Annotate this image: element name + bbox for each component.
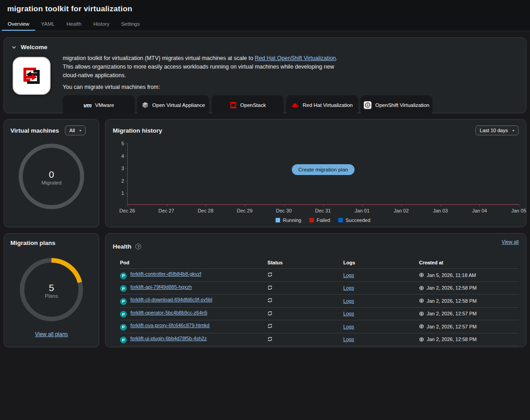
x-tick: Dec 29 [237,208,253,213]
pod-link[interactable]: forklift-api-79f49d885-hqxzh [130,284,192,290]
table-row: Pforklift-cli-download-694dfd6c9f-sv5bl … [120,295,519,308]
caret-down-icon: ▾ [79,129,81,133]
mtv-logo-icon [13,57,51,95]
health-title: Health [113,243,131,250]
pod-badge: P [120,272,127,279]
logs-link[interactable]: Logs [343,324,354,329]
provider-label: OpenShift Virtualization [375,102,429,108]
history-range-value: Last 10 days [480,128,508,133]
legend-succeeded: Succeeded [338,217,370,223]
view-all-plans-link[interactable]: View all plans [35,331,68,337]
openshift-virtualization-icon [364,101,372,109]
provider-vmware-button[interactable]: vm VMware [63,95,135,115]
view-all-health-link[interactable]: View all [502,239,519,245]
x-tick: Dec 27 [158,208,174,213]
help-icon[interactable]: ? [135,244,141,249]
sync-status-icon [267,311,272,316]
tab-bar: Overview YAML Health History Settings [0,18,530,31]
migration-history-chart: 5 4 3 2 1 Create migration plan [113,143,519,223]
column-created-at: Created at [419,258,519,269]
provider-label: Open Virtual Appliance [152,102,205,108]
created-at-value: Jan 2, 2026, 12:58 PM [427,285,477,291]
chart-plot-area: 5 4 3 2 1 Create migration plan [127,143,519,205]
health-table: Pod Status Logs Created at Pforklift-con… [120,258,519,346]
migrated-label: Migrated [41,180,62,185]
pod-badge: P [120,324,127,331]
column-pod: Pod [120,258,267,269]
pod-badge: P [120,298,127,305]
x-tick: Jan 04 [472,208,487,213]
pod-link[interactable]: forklift-ova-proxy-6fc646c879-htmkd [130,323,209,328]
y-tick: 4 [115,153,124,159]
globe-icon [419,311,424,316]
redhat-virtualization-icon [291,102,299,108]
table-row: Pforklift-operator-5bc4b8b9cc-z64n5 Logs… [120,307,519,320]
create-migration-plan-button[interactable]: Create migration plan [292,164,355,175]
legend-running: Running [276,217,301,223]
sync-status-icon [267,285,272,290]
provider-rhv-button[interactable]: Red Hat Virtualization [286,95,358,115]
logs-link[interactable]: Logs [343,311,354,316]
x-tick: Dec 30 [276,208,292,213]
pod-link[interactable]: forklift-ui-plugin-6bb4d78f5b-4sh2z [130,336,207,341]
plans-count: 5 [49,282,54,293]
globe-icon [419,286,424,291]
logs-link[interactable]: Logs [343,272,354,278]
virtual-machines-card: Virtual machines All ▾ 0 Migrated [4,119,99,227]
page-title: migration toolkit for virtualization [7,5,132,14]
x-tick: Jan 01 [355,208,369,213]
tab-health[interactable]: Health [60,18,87,31]
legend-failed: Failed [309,217,330,223]
health-card: View all Health ? Pod Status Logs Create… [105,233,526,347]
tab-history[interactable]: History [88,18,115,31]
plans-label: Plans [45,293,58,299]
pod-badge: P [120,337,127,343]
column-logs: Logs [343,258,419,269]
provider-openstack-button[interactable]: OpenStack [212,95,284,115]
pod-badge: P [120,311,127,318]
pod-link[interactable]: forklift-controller-d5fb84b8-gkvzf [130,271,201,277]
migration-plans-title: Migration plans [10,240,92,246]
created-at-value: Jan 5, 2026, 11:18 AM [427,272,476,278]
logs-link[interactable]: Logs [343,285,354,291]
table-row: Pforklift-ova-proxy-6fc646c879-htmkd Log… [120,320,519,333]
created-at-value: Jan 2, 2026, 12:57 PM [427,324,477,329]
provider-osv-button[interactable]: OpenShift Virtualization [360,95,433,115]
provider-buttons: vm VMware Open Virtual Appliance [63,95,433,115]
tab-settings[interactable]: Settings [115,18,146,31]
ova-cube-icon [142,102,149,109]
logs-link[interactable]: Logs [343,298,354,304]
tab-overview[interactable]: Overview [2,18,35,31]
sync-status-icon [267,323,272,328]
pod-badge: P [120,285,127,292]
migrated-count: 0 [49,169,54,180]
created-at-value: Jan 2, 2026, 12:58 PM [427,298,477,304]
pod-link[interactable]: forklift-operator-5bc4b8b9cc-z64n5 [130,310,207,315]
sync-status-icon [267,337,272,342]
virtual-machines-title: Virtual machines [10,127,59,134]
succeeded-swatch [338,218,343,222]
migration-history-title: Migration history [113,127,162,134]
tab-yaml[interactable]: YAML [35,18,60,31]
logs-link[interactable]: Logs [343,337,354,342]
sync-status-icon [267,272,272,277]
openshift-virtualization-link[interactable]: Red Hat OpenShift Virtualization [255,55,336,61]
welcome-title: Welcome [21,44,47,51]
created-at-value: Jan 2, 2026, 12:58 PM [427,337,477,342]
masthead: migration toolkit for virtualization [0,0,530,18]
vmware-icon: vm [83,102,92,109]
chevron-down-icon[interactable] [11,45,17,50]
globe-icon [419,272,424,277]
history-range-select[interactable]: Last 10 days ▾ [475,125,519,135]
created-at-value: Jan 2, 2026, 12:57 PM [427,311,477,316]
chart-legend: Running Failed Succeeded [127,217,519,223]
table-row: Pforklift-controller-d5fb84b8-gkvzf Logs… [120,269,519,282]
y-tick: 5 [115,141,124,146]
provider-label: OpenStack [240,102,266,108]
overview-content: Welcome migration toolkit for virtualiza… [0,31,530,420]
pod-link[interactable]: forklift-cli-download-694dfd6c9f-sv5bl [130,297,212,302]
sync-status-icon [267,298,272,303]
column-status: Status [267,258,343,269]
vm-filter-select[interactable]: All ▾ [65,125,86,135]
provider-ova-button[interactable]: Open Virtual Appliance [137,95,209,115]
